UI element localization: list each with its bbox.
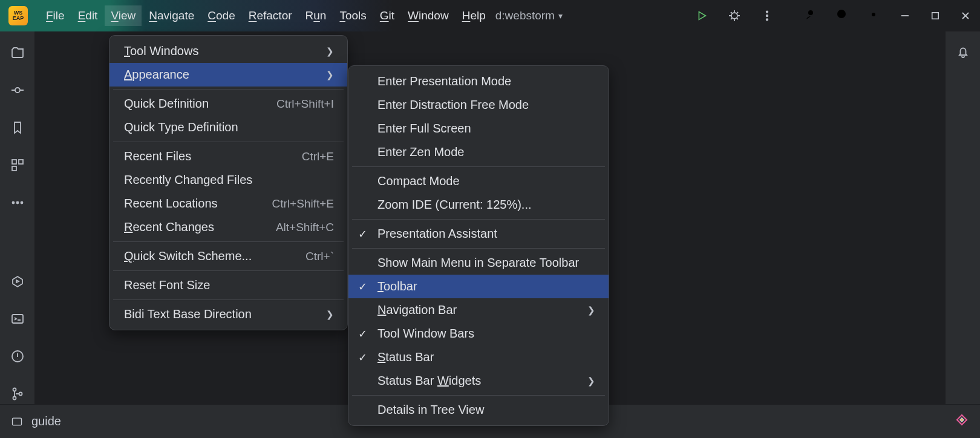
status-project-icon bbox=[11, 416, 23, 428]
svg-point-8 bbox=[15, 88, 20, 93]
menu-code[interactable]: Code bbox=[201, 5, 241, 26]
appearance-compact-mode[interactable]: Compact Mode bbox=[348, 169, 609, 193]
menu-edit[interactable]: Edit bbox=[72, 5, 104, 26]
appearance-submenu-popup: Enter Presentation Mode Enter Distractio… bbox=[348, 65, 609, 426]
debug-button[interactable] bbox=[727, 8, 742, 23]
check-icon: ✓ bbox=[358, 227, 367, 241]
chevron-right-icon: ❯ bbox=[587, 305, 595, 316]
check-icon: ✓ bbox=[358, 280, 367, 293]
appearance-toolbar[interactable]: ✓ Toolbar bbox=[348, 275, 609, 298]
project-tool-icon[interactable] bbox=[10, 45, 25, 60]
svg-point-17 bbox=[13, 388, 16, 391]
window-controls bbox=[899, 10, 972, 22]
svg-rect-10 bbox=[19, 160, 23, 164]
menu-tools[interactable]: Tools bbox=[333, 5, 372, 26]
menu-help[interactable]: Help bbox=[456, 5, 492, 26]
view-recent-locations[interactable]: Recent Locations Ctrl+Shift+E bbox=[109, 192, 347, 215]
view-recent-files[interactable]: Recent Files Ctrl+E bbox=[109, 145, 347, 168]
menu-separator bbox=[352, 248, 605, 249]
appearance-zoom-ide[interactable]: Zoom IDE (Current: 125%)... bbox=[348, 193, 609, 217]
view-bidi[interactable]: Bidi Text Base Direction ❯ bbox=[109, 302, 347, 326]
chevron-right-icon: ❯ bbox=[326, 70, 334, 80]
svg-point-19 bbox=[19, 393, 22, 396]
title-actions-right bbox=[803, 7, 881, 25]
title-actions bbox=[694, 8, 774, 23]
appearance-status-bar[interactable]: ✓ Status Bar bbox=[348, 345, 609, 369]
svg-point-2 bbox=[766, 15, 768, 17]
appearance-status-bar-widgets[interactable]: Status Bar Widgets ❯ bbox=[348, 369, 609, 393]
bookmarks-tool-icon[interactable] bbox=[10, 120, 25, 136]
settings-icon[interactable] bbox=[866, 7, 881, 25]
view-quick-definition[interactable]: Quick Definition Ctrl+Shift+I bbox=[109, 92, 347, 116]
logo-text-bottom: EAP bbox=[13, 16, 24, 21]
problems-tool-icon[interactable] bbox=[10, 348, 25, 364]
menu-navigate[interactable]: Navigate bbox=[143, 5, 200, 26]
more-vertical-icon[interactable] bbox=[760, 8, 774, 23]
titlebar: WS EAP File Edit View Navigate Code Refa… bbox=[0, 0, 980, 31]
view-quick-switch-scheme[interactable]: Quick Switch Scheme... Ctrl+` bbox=[109, 244, 347, 268]
chevron-down-icon: ▾ bbox=[558, 11, 563, 21]
menu-view[interactable]: View bbox=[105, 5, 142, 26]
view-recent-changes[interactable]: Recent Changes Alt+Shift+C bbox=[109, 215, 347, 239]
search-icon[interactable] bbox=[835, 7, 849, 25]
appearance-navigation-bar[interactable]: Navigation Bar ❯ bbox=[348, 298, 609, 322]
notifications-icon[interactable] bbox=[956, 45, 970, 404]
run-button[interactable] bbox=[694, 8, 709, 23]
menu-window[interactable]: Window bbox=[402, 5, 455, 26]
appearance-tool-window-bars[interactable]: ✓ Tool Window Bars bbox=[348, 322, 609, 345]
commit-tool-icon[interactable] bbox=[10, 82, 25, 98]
terminal-tool-icon[interactable] bbox=[10, 311, 25, 327]
menu-refactor[interactable]: Refactor bbox=[243, 5, 298, 26]
menu-separator bbox=[113, 89, 344, 90]
menu-separator bbox=[113, 270, 344, 271]
right-tool-sidebar bbox=[945, 31, 980, 404]
appearance-enter-distraction-free[interactable]: Enter Distraction Free Mode bbox=[348, 93, 609, 117]
svg-point-5 bbox=[837, 10, 846, 18]
menu-run[interactable]: Run bbox=[299, 5, 333, 26]
check-icon: ✓ bbox=[358, 351, 367, 364]
view-appearance[interactable]: Appearance❯ bbox=[109, 63, 347, 87]
appearance-enter-presentation[interactable]: Enter Presentation Mode bbox=[348, 70, 609, 93]
svg-point-12 bbox=[12, 202, 14, 204]
svg-point-3 bbox=[766, 19, 768, 21]
appearance-enter-zen[interactable]: Enter Zen Mode bbox=[348, 140, 609, 164]
minimize-button[interactable] bbox=[899, 10, 911, 22]
appearance-details-in-tree[interactable]: Details in Tree View bbox=[348, 398, 609, 422]
menu-separator bbox=[113, 241, 344, 242]
svg-rect-11 bbox=[12, 166, 16, 171]
git-tool-icon[interactable] bbox=[10, 386, 25, 402]
view-reset-font-size[interactable]: Reset Font Size bbox=[109, 273, 347, 297]
more-tools-icon[interactable] bbox=[10, 195, 25, 211]
status-project-name[interactable]: guide bbox=[31, 414, 61, 428]
appearance-presentation-assistant[interactable]: ✓ Presentation Assistant bbox=[348, 222, 609, 246]
close-button[interactable] bbox=[959, 10, 972, 22]
menu-separator bbox=[113, 299, 344, 300]
svg-point-1 bbox=[766, 11, 768, 13]
menu-file[interactable]: File bbox=[40, 5, 71, 26]
svg-point-4 bbox=[808, 10, 813, 15]
view-quick-type-definition[interactable]: Quick Type Definition bbox=[109, 116, 347, 139]
appearance-show-main-menu[interactable]: Show Main Menu in Separate Toolbar bbox=[348, 251, 609, 275]
svg-point-13 bbox=[16, 202, 18, 204]
project-name-label: d:webstorm bbox=[495, 9, 555, 22]
menu-separator bbox=[352, 395, 605, 396]
chevron-right-icon: ❯ bbox=[326, 309, 334, 320]
menu-git[interactable]: Git bbox=[374, 5, 400, 26]
services-tool-icon[interactable] bbox=[10, 273, 25, 289]
chevron-right-icon: ❯ bbox=[587, 376, 595, 387]
view-tool-windows[interactable]: Tool Windows❯ bbox=[109, 39, 347, 63]
svg-point-0 bbox=[731, 13, 737, 19]
appearance-enter-fullscreen[interactable]: Enter Full Screen bbox=[348, 117, 609, 140]
maximize-button[interactable] bbox=[929, 10, 941, 22]
svg-rect-7 bbox=[932, 13, 939, 19]
menubar: File Edit View Navigate Code Refactor Ru… bbox=[40, 5, 492, 26]
structure-tool-icon[interactable] bbox=[10, 157, 25, 173]
status-ide-logo-icon[interactable] bbox=[955, 413, 969, 427]
code-with-me-icon[interactable] bbox=[803, 7, 818, 25]
menu-separator bbox=[352, 219, 605, 220]
view-menu-popup: Tool Windows❯ Appearance❯ Quick Definiti… bbox=[109, 35, 348, 330]
project-selector[interactable]: d:webstorm ▾ bbox=[495, 9, 563, 22]
left-tool-sidebar bbox=[0, 31, 35, 438]
svg-point-18 bbox=[13, 397, 16, 400]
view-recently-changed-files[interactable]: Recently Changed Files bbox=[109, 168, 347, 192]
